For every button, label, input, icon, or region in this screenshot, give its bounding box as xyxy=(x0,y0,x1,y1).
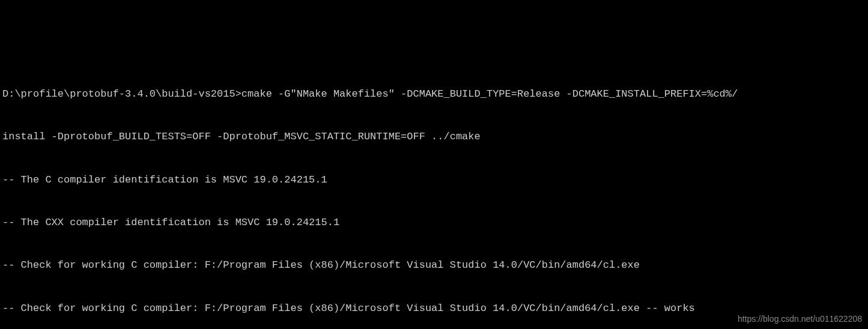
watermark-text: https://blog.csdn.net/u011622208 xyxy=(738,313,862,325)
command-prompt-line1: D:\profile\protobuf-3.4.0\build-vs2015>c… xyxy=(2,87,866,101)
output-line: -- The C compiler identification is MSVC… xyxy=(2,173,866,187)
terminal-window[interactable]: D:\profile\protobuf-3.4.0\build-vs2015>c… xyxy=(2,58,866,329)
output-line: -- Check for working C compiler: F:/Prog… xyxy=(2,301,866,316)
output-line: -- The CXX compiler identification is MS… xyxy=(2,216,866,230)
command-prompt-line2: install -Dprotobuf_BUILD_TESTS=OFF -Dpro… xyxy=(2,130,866,144)
output-line: -- Check for working C compiler: F:/Prog… xyxy=(2,258,866,273)
